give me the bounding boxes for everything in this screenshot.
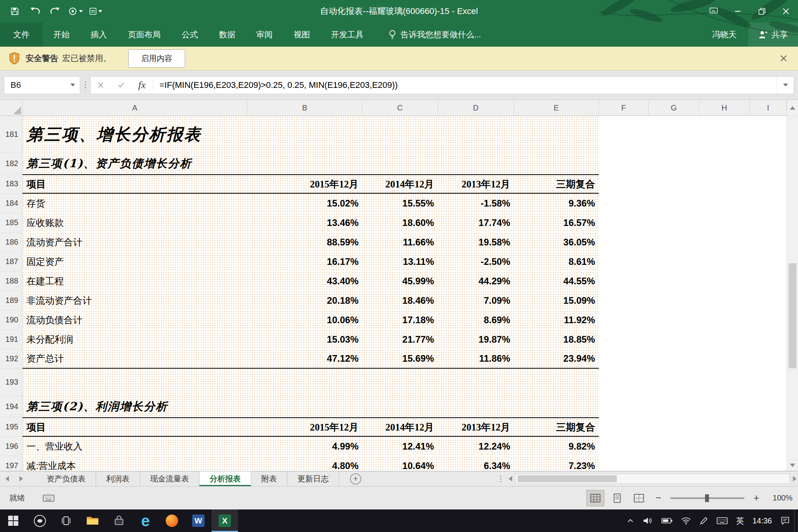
column-header-B[interactable]: B [247,100,362,116]
cell-D192[interactable]: 11.86% [438,349,514,368]
cell-C184[interactable]: 15.55% [362,194,438,213]
ribbon-tab-审阅[interactable]: 审阅 [246,23,283,47]
column-header-E[interactable]: E [514,100,599,116]
cell-C192[interactable]: 15.69% [362,349,438,368]
new-sheet-button[interactable]: + [350,473,361,485]
messaging-app-icon[interactable] [26,509,53,532]
scroll-right-button[interactable] [793,476,796,481]
zoom-level-label[interactable]: 100% [767,494,793,502]
warning-close-icon[interactable] [780,55,787,62]
column-header-C[interactable]: C [362,100,438,116]
row-header-190[interactable]: 190 [0,310,23,330]
cell-B186[interactable]: 88.59% [247,233,362,252]
zoom-slider-thumb[interactable] [705,494,709,502]
cell-B195[interactable]: 2015年12月 [247,418,362,436]
ribbon-tab-插入[interactable]: 插入 [80,23,117,47]
sheet-nav-prev-button[interactable] [0,471,14,486]
cell-C196[interactable]: 12.41% [362,437,438,456]
tab-splitter-handle[interactable] [495,471,506,486]
page-break-preview-button[interactable] [630,490,648,506]
row-header-188[interactable]: 188 [0,271,23,291]
cell-B197[interactable]: 4.80% [247,456,362,471]
sheet-tab-利润表[interactable]: 利润表 [96,471,140,486]
row-header-195[interactable]: 195 [0,417,23,437]
cell-E184[interactable]: 9.36% [514,194,599,213]
battery-icon[interactable] [657,509,677,532]
cell-C197[interactable]: 10.64% [362,456,438,471]
cell-B187[interactable]: 16.17% [247,252,362,271]
sheet-tab-分析报表[interactable]: 分析报表 [200,471,251,486]
cell-C195[interactable]: 2014年12月 [362,418,438,436]
tell-me-box[interactable]: 告诉我您想要做什么... [388,29,481,40]
cell-D191[interactable]: 19.87% [438,330,514,349]
browser-orange-icon[interactable] [159,509,185,532]
cell-E188[interactable]: 44.55% [514,271,599,291]
touch-keyboard-icon[interactable] [712,509,732,532]
cell-B185[interactable]: 13.46% [247,213,362,233]
cell-A189[interactable]: 非流动资产合计 [23,291,247,310]
redo-button[interactable] [45,3,65,20]
cell-C191[interactable]: 21.77% [362,330,438,349]
column-header-G[interactable]: G [649,100,699,116]
clock[interactable]: 14:36 [748,509,776,532]
row-header-197[interactable]: 197 [0,456,23,471]
normal-view-button[interactable] [586,490,604,506]
cell-D196[interactable]: 12.24% [438,437,514,456]
cell-A197[interactable]: 减:营业成本 [23,456,247,471]
sheet-tab-附表[interactable]: 附表 [251,471,287,486]
ribbon-tab-公式[interactable]: 公式 [171,23,208,47]
ime-language-indicator[interactable]: 英 [732,509,748,532]
column-header-I[interactable]: I [750,100,787,116]
cell-D188[interactable]: 44.29% [438,271,514,291]
cell-A187[interactable]: 固定资产 [23,252,247,271]
cell-E197[interactable]: 7.23% [514,456,599,471]
qat-customize-button[interactable] [86,3,106,20]
row-header-184[interactable]: 184 [0,194,23,213]
cell-D195[interactable]: 2013年12月 [438,418,514,436]
cell-B192[interactable]: 47.12% [247,349,362,368]
zoom-out-button[interactable]: − [652,492,665,504]
cell-E187[interactable]: 8.61% [514,252,599,271]
cell-D186[interactable]: 19.58% [438,233,514,252]
formula-input[interactable]: =IF(MIN(E196,E203,E209)>0.25, 0.25, MIN(… [153,80,777,90]
keyboard-accessibility-icon[interactable] [43,494,54,502]
column-header-F[interactable]: F [599,100,649,116]
cell-C183[interactable]: 2014年12月 [362,175,438,193]
cell-E183[interactable]: 三期复合 [514,175,599,193]
row-header-189[interactable]: 189 [0,291,23,310]
column-header-A[interactable]: A [23,100,247,116]
word-icon[interactable]: W [185,509,212,532]
undo-button[interactable] [25,3,45,20]
row-header-194[interactable]: 194 [0,396,23,417]
cell-D197[interactable]: 6.34% [438,456,514,471]
action-center-icon[interactable] [776,509,794,532]
ribbon-tab-开始[interactable]: 开始 [43,23,80,47]
cell-B184[interactable]: 15.02% [247,194,362,213]
cell-B191[interactable]: 15.03% [247,330,362,349]
name-box-dropdown[interactable] [66,77,80,94]
row-header-192[interactable]: 192 [0,349,23,369]
close-button[interactable] [774,0,798,23]
section-title-row-194[interactable]: 第三项(2)、利润增长分析 [23,396,168,417]
row-header-191[interactable]: 191 [0,330,23,349]
ribbon-tab-视图[interactable]: 视图 [283,23,320,47]
cell-C185[interactable]: 18.60% [362,213,438,233]
cell-A190[interactable]: 流动负债合计 [23,310,247,330]
sheet-tab-更新日志[interactable]: 更新日志 [287,471,339,486]
select-all-corner[interactable] [0,100,23,116]
column-header-H[interactable]: H [699,100,750,116]
cell-D189[interactable]: 7.09% [438,291,514,310]
row-header-181[interactable]: 181 [0,116,23,153]
cell-E192[interactable]: 23.94% [514,349,599,368]
row-header-196[interactable]: 196 [0,437,23,456]
cell-C189[interactable]: 18.46% [362,291,438,310]
cell-B183[interactable]: 2015年12月 [247,175,362,193]
cell-A186[interactable]: 流动资产合计 [23,233,247,252]
expand-formula-bar-button[interactable] [777,77,794,94]
save-button[interactable] [5,3,25,20]
cell-E185[interactable]: 16.57% [514,213,599,233]
row-header-186[interactable]: 186 [0,233,23,252]
zoom-slider[interactable] [670,497,744,499]
horizontal-scrollbar-thumb[interactable] [518,475,617,482]
row-header-183[interactable]: 183 [0,174,23,194]
